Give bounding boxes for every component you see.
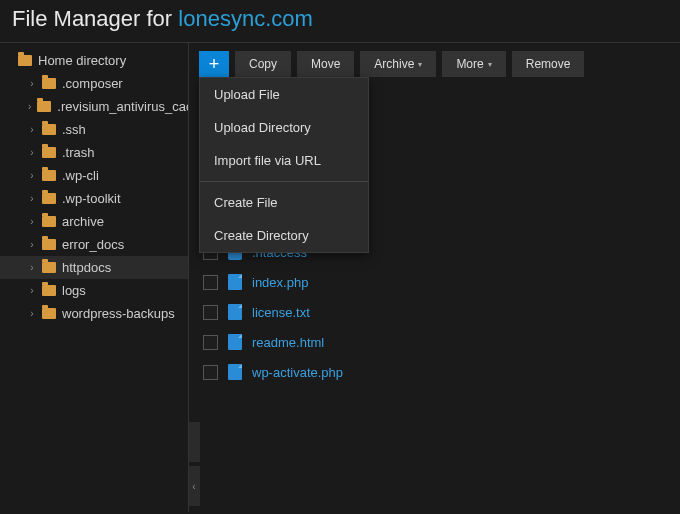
scroll-region[interactable]: [189, 422, 200, 462]
page-title: File Manager for lonesync.com: [0, 0, 680, 42]
sidebar-item[interactable]: ›.composer: [0, 72, 188, 95]
tree-root-label: Home directory: [38, 53, 126, 68]
menu-upload-file[interactable]: Upload File: [200, 78, 368, 111]
folder-icon: [42, 262, 56, 273]
file-name[interactable]: license.txt: [252, 305, 310, 320]
sidebar-item[interactable]: ›.trash: [0, 141, 188, 164]
folder-icon: [42, 193, 56, 204]
sidebar-item-label: .revisium_antivirus_cache: [57, 99, 189, 114]
sidebar-item[interactable]: ›httpdocs: [0, 256, 188, 279]
toolbar: + Copy Move Archive▾ More▾ Remove: [199, 51, 670, 77]
file-row[interactable]: wp-activate.php: [199, 357, 670, 387]
folder-icon: [42, 170, 56, 181]
chevron-down-icon: ▾: [418, 60, 422, 69]
file-icon: [228, 334, 242, 350]
file-name[interactable]: index.php: [252, 275, 308, 290]
sidebar-item[interactable]: ›logs: [0, 279, 188, 302]
folder-icon: [37, 101, 51, 112]
new-button[interactable]: +: [199, 51, 229, 77]
sidebar-item-label: .trash: [62, 145, 95, 160]
folder-icon: [42, 78, 56, 89]
title-domain[interactable]: lonesync.com: [178, 6, 313, 31]
row-checkbox[interactable]: [203, 305, 218, 320]
file-name[interactable]: wp-activate.php: [252, 365, 343, 380]
expand-icon[interactable]: ›: [28, 170, 36, 181]
sidebar-item-label: logs: [62, 283, 86, 298]
sidebar-item[interactable]: ›.ssh: [0, 118, 188, 141]
expand-icon[interactable]: ›: [28, 124, 36, 135]
menu-upload-directory[interactable]: Upload Directory: [200, 111, 368, 144]
chevron-down-icon: ▾: [488, 60, 492, 69]
sidebar-item-label: archive: [62, 214, 104, 229]
archive-button[interactable]: Archive▾: [360, 51, 436, 77]
expand-icon[interactable]: ›: [28, 193, 36, 204]
sidebar-item[interactable]: ›archive: [0, 210, 188, 233]
file-row[interactable]: readme.html: [199, 327, 670, 357]
menu-divider: [200, 181, 368, 182]
expand-icon[interactable]: ›: [28, 285, 36, 296]
row-checkbox[interactable]: [203, 365, 218, 380]
expand-icon[interactable]: ›: [28, 239, 36, 250]
expand-icon[interactable]: ›: [28, 147, 36, 158]
sidebar-item[interactable]: ›.wp-cli: [0, 164, 188, 187]
collapse-sidebar-toggle[interactable]: ‹: [189, 466, 200, 506]
sidebar-item-label: .wp-toolkit: [62, 191, 121, 206]
menu-create-directory[interactable]: Create Directory: [200, 219, 368, 252]
expand-icon[interactable]: ›: [28, 78, 36, 89]
folder-icon: [42, 308, 56, 319]
sidebar-item[interactable]: ›.revisium_antivirus_cache: [0, 95, 188, 118]
expand-icon[interactable]: ›: [28, 262, 36, 273]
copy-button[interactable]: Copy: [235, 51, 291, 77]
remove-button[interactable]: Remove: [512, 51, 585, 77]
menu-import-url[interactable]: Import file via URL: [200, 144, 368, 177]
folder-icon: [42, 285, 56, 296]
expand-icon[interactable]: ›: [28, 308, 36, 319]
sidebar-item-label: error_docs: [62, 237, 124, 252]
file-icon: [228, 304, 242, 320]
sidebar-item-label: .ssh: [62, 122, 86, 137]
title-prefix: File Manager for: [12, 6, 178, 31]
sidebar-item-label: .wp-cli: [62, 168, 99, 183]
folder-icon: [42, 147, 56, 158]
file-row[interactable]: index.php: [199, 267, 670, 297]
sidebar-item-label: .composer: [62, 76, 123, 91]
sidebar-item-label: httpdocs: [62, 260, 111, 275]
expand-icon[interactable]: ›: [28, 101, 31, 112]
sidebar-item-label: wordpress-backups: [62, 306, 175, 321]
row-checkbox[interactable]: [203, 335, 218, 350]
folder-icon: [42, 239, 56, 250]
folder-icon: [42, 216, 56, 227]
sidebar-item[interactable]: ›.wp-toolkit: [0, 187, 188, 210]
expand-icon[interactable]: ›: [28, 216, 36, 227]
move-button[interactable]: Move: [297, 51, 354, 77]
sidebar: Home directory ›.composer›.revisium_anti…: [0, 43, 189, 512]
sidebar-item[interactable]: ›wordpress-backups: [0, 302, 188, 325]
folder-icon: [42, 124, 56, 135]
more-button[interactable]: More▾: [442, 51, 505, 77]
folder-icon: [18, 55, 32, 66]
file-row[interactable]: license.txt: [199, 297, 670, 327]
row-checkbox[interactable]: [203, 275, 218, 290]
sidebar-item[interactable]: ›error_docs: [0, 233, 188, 256]
menu-create-file[interactable]: Create File: [200, 186, 368, 219]
file-icon: [228, 274, 242, 290]
file-icon: [228, 364, 242, 380]
file-name[interactable]: readme.html: [252, 335, 324, 350]
tree-root[interactable]: Home directory: [0, 49, 188, 72]
new-dropdown: Upload File Upload Directory Import file…: [199, 77, 369, 253]
content-pane: + Copy Move Archive▾ More▾ Remove Upload…: [189, 43, 680, 512]
